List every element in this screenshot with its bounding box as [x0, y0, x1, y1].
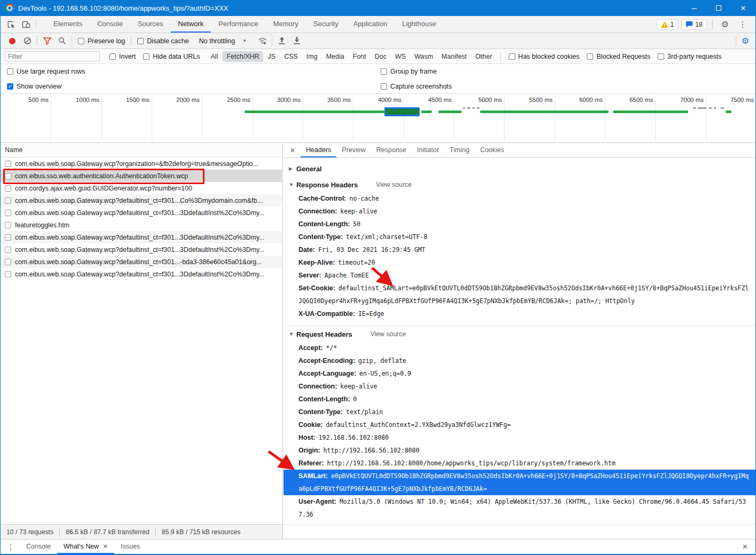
- preserve-log-checkbox[interactable]: Preserve log: [78, 37, 125, 45]
- inspect-element-icon[interactable]: [4, 18, 19, 31]
- blocked-requests-checkbox[interactable]: Blocked Requests: [587, 53, 650, 60]
- details-tab-headers[interactable]: Headers: [301, 143, 336, 157]
- messages-badge[interactable]: 18: [681, 19, 706, 30]
- tab-lighthouse[interactable]: Lighthouse: [395, 16, 444, 33]
- tab-console[interactable]: Console: [90, 16, 130, 33]
- capture-screenshots-checkbox[interactable]: Capture screenshots: [381, 83, 452, 90]
- request-details-pane: ✕ HeadersPreviewResponseInitiatorTimingC…: [284, 143, 755, 539]
- filter-pill-doc[interactable]: Doc: [371, 51, 390, 62]
- filter-pill-manifest[interactable]: Manifest: [438, 51, 470, 62]
- show-overview-checkbox[interactable]: Show overview: [7, 83, 61, 90]
- close-drawer-icon[interactable]: ✕: [742, 543, 755, 551]
- tab-network[interactable]: Network: [171, 16, 211, 33]
- request-file-icon: [5, 173, 11, 179]
- request-file-icon: [5, 247, 11, 253]
- network-conditions-icon[interactable]: [255, 34, 270, 48]
- table-row[interactable]: com.eibus.web.soap.Gateway.wcp?defaultin…: [1, 256, 282, 268]
- drawer-tab-whats-new[interactable]: What's New ✕: [57, 540, 114, 554]
- overview-tick-label: 1000 ms: [62, 97, 99, 103]
- close-button[interactable]: ✕: [731, 0, 755, 16]
- filter-funnel-icon[interactable]: [40, 34, 54, 48]
- hide-data-urls-checkbox[interactable]: Hide data URLs: [143, 53, 200, 60]
- drawer-more-icon[interactable]: ⋮: [1, 543, 20, 551]
- overview-tick-label: 6500 ms: [616, 97, 653, 103]
- settings-gear-icon[interactable]: ⚙: [718, 19, 732, 29]
- response-headers-section-header[interactable]: ▼ Response Headers View source: [284, 178, 755, 191]
- maximize-button[interactable]: [706, 0, 731, 16]
- divider: [712, 20, 713, 29]
- group-by-frame-checkbox[interactable]: Group by frame: [381, 68, 437, 75]
- tab-performance[interactable]: Performance: [211, 16, 265, 33]
- table-row[interactable]: com.cordys.ajax.web.guid.GUIDGenerator.w…: [1, 182, 282, 194]
- filter-pill-font[interactable]: Font: [349, 51, 370, 62]
- minimize-button[interactable]: ─: [682, 0, 706, 16]
- filter-pill-other[interactable]: Other: [471, 51, 495, 62]
- details-tab-preview[interactable]: Preview: [336, 143, 371, 157]
- request-file-icon: [5, 271, 11, 278]
- filter-pill-js[interactable]: JS: [264, 51, 280, 62]
- filter-input[interactable]: [5, 51, 100, 61]
- network-settings-gear-icon[interactable]: ⚙: [734, 36, 755, 46]
- import-har-icon[interactable]: [274, 34, 289, 48]
- tab-security[interactable]: Security: [306, 16, 346, 33]
- header-row: Connection:keep-alive: [284, 205, 755, 218]
- warning-count: 1: [671, 21, 674, 28]
- table-row[interactable]: com.eibus.web.soap.Gateway.wcp?defaultin…: [1, 231, 282, 243]
- table-row[interactable]: com.eibus.web.soap.Gateway.wcp?defaultin…: [1, 243, 282, 256]
- warnings-badge[interactable]: 1: [657, 19, 679, 30]
- export-har-icon[interactable]: [289, 34, 304, 48]
- use-large-request-rows-checkbox[interactable]: Use large request rows: [7, 68, 85, 75]
- chevron-down-icon: ▼: [289, 331, 296, 337]
- overview-gridline: [454, 96, 454, 140]
- general-section-header[interactable]: ▶ General: [284, 162, 755, 175]
- table-row[interactable]: com.eibus.web.soap.Gateway.wcp?defaultin…: [1, 207, 282, 219]
- details-tab-timing[interactable]: Timing: [444, 143, 475, 157]
- details-tab-initiator[interactable]: Initiator: [412, 143, 444, 157]
- disable-cache-checkbox[interactable]: Disable cache: [137, 37, 189, 45]
- view-source-link[interactable]: View source: [371, 330, 406, 338]
- tab-sources[interactable]: Sources: [130, 16, 171, 33]
- filter-pill-wasm[interactable]: Wasm: [411, 51, 437, 62]
- record-button[interactable]: [9, 38, 15, 44]
- filter-pill-css[interactable]: CSS: [280, 51, 302, 62]
- drawer-tab-issues[interactable]: Issues: [114, 540, 146, 554]
- search-icon[interactable]: [54, 34, 69, 48]
- clear-icon[interactable]: [20, 34, 35, 48]
- more-options-icon[interactable]: ⋮: [735, 19, 750, 29]
- filter-pill-all[interactable]: All: [207, 51, 222, 62]
- device-toolbar-icon[interactable]: [19, 18, 34, 31]
- table-row[interactable]: featuretoggles.htm: [1, 219, 282, 231]
- close-details-icon[interactable]: ✕: [284, 147, 301, 154]
- header-row: Content-Length:50: [284, 218, 755, 231]
- tab-memory[interactable]: Memory: [266, 16, 306, 33]
- header-row: Cache-Control:no-cache: [284, 192, 755, 205]
- filter-pill-fetch-xhr[interactable]: Fetch/XHR: [223, 51, 263, 62]
- view-source-link[interactable]: View source: [376, 181, 412, 188]
- request-list-pane: Name com.eibus.web.soap.Gateway.wcp?orga…: [1, 143, 283, 539]
- tab-elements[interactable]: Elements: [46, 16, 90, 33]
- invert-checkbox[interactable]: Invert: [109, 53, 136, 60]
- third-party-requests-checkbox[interactable]: 3rd-party requests: [658, 53, 721, 60]
- name-column-header[interactable]: Name: [1, 143, 282, 157]
- overview-timeline[interactable]: 500 ms1000 ms1500 ms2000 ms2500 ms3000 m…: [1, 94, 755, 143]
- tab-application[interactable]: Application: [346, 16, 395, 33]
- table-row[interactable]: com.eibus.sso.web.authentication.Authent…: [1, 170, 282, 182]
- divider: [72, 36, 72, 46]
- details-tab-response[interactable]: Response: [371, 143, 412, 157]
- chrome-logo-icon: [5, 4, 14, 12]
- close-tab-icon[interactable]: ✕: [103, 543, 108, 550]
- table-row[interactable]: com.eibus.web.soap.Gateway.wcp?defaultin…: [1, 194, 282, 207]
- overview-tick-label: 2000 ms: [162, 97, 200, 103]
- table-row[interactable]: com.eibus.web.soap.Gateway.wcp?organizat…: [1, 157, 282, 170]
- filter-pill-media[interactable]: Media: [322, 51, 348, 62]
- has-blocked-cookies-checkbox[interactable]: Has blocked cookies: [509, 53, 580, 60]
- filter-pill-img[interactable]: Img: [303, 51, 321, 62]
- overview-selected-range[interactable]: [384, 107, 420, 116]
- filter-pill-ws[interactable]: WS: [391, 51, 410, 62]
- table-row[interactable]: com.eibus.web.soap.Gateway.wcp?defaultin…: [1, 268, 282, 280]
- drawer-tab-console[interactable]: Console: [20, 540, 57, 554]
- throttling-select[interactable]: No throttling▼: [199, 37, 247, 45]
- request-headers-section-header[interactable]: ▼ Request Headers View source: [284, 328, 755, 340]
- overview-gridline: [202, 96, 202, 140]
- details-tab-cookies[interactable]: Cookies: [475, 143, 509, 157]
